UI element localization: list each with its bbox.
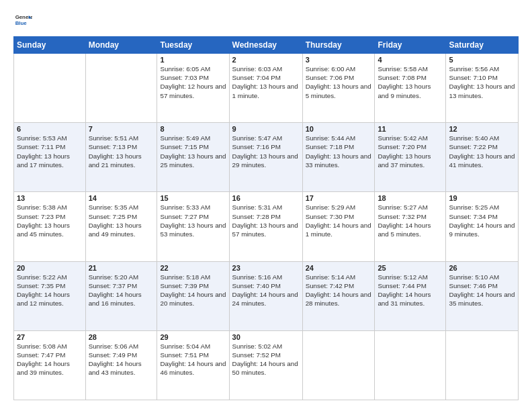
day-number: 13 <box>17 194 83 202</box>
calendar-cell: 5Sunrise: 5:56 AM Sunset: 7:10 PM Daylig… <box>446 54 519 123</box>
day-info: Sunrise: 6:03 AM Sunset: 7:04 PM Dayligh… <box>232 64 300 100</box>
calendar-cell: 13Sunrise: 5:38 AM Sunset: 7:23 PM Dayli… <box>14 192 86 261</box>
weekday-friday: Friday <box>375 37 446 54</box>
logo-icon: General Blue <box>13 11 32 30</box>
day-number: 29 <box>160 333 226 341</box>
day-info: Sunrise: 5:22 AM Sunset: 7:35 PM Dayligh… <box>17 273 83 308</box>
day-number: 7 <box>89 125 154 133</box>
day-info: Sunrise: 5:14 AM Sunset: 7:42 PM Dayligh… <box>306 273 372 308</box>
calendar-cell: 8Sunrise: 5:49 AM Sunset: 7:15 PM Daylig… <box>157 123 229 192</box>
weekday-sunday: Sunday <box>14 37 86 54</box>
calendar-cell: 25Sunrise: 5:12 AM Sunset: 7:44 PM Dayli… <box>375 261 446 330</box>
day-number: 8 <box>160 125 226 133</box>
weekday-monday: Monday <box>85 37 157 54</box>
day-number: 22 <box>160 264 226 272</box>
day-info: Sunrise: 5:25 AM Sunset: 7:34 PM Dayligh… <box>449 203 515 238</box>
calendar-cell <box>302 330 375 400</box>
weekday-wednesday: Wednesday <box>229 37 302 54</box>
weekday-saturday: Saturday <box>446 37 519 54</box>
day-number: 12 <box>449 125 515 133</box>
day-info: Sunrise: 5:20 AM Sunset: 7:37 PM Dayligh… <box>89 273 154 308</box>
day-number: 21 <box>89 264 154 272</box>
calendar-cell: 19Sunrise: 5:25 AM Sunset: 7:34 PM Dayli… <box>446 192 519 261</box>
day-info: Sunrise: 6:00 AM Sunset: 7:06 PM Dayligh… <box>306 64 372 100</box>
day-number: 3 <box>306 56 372 64</box>
calendar-cell: 23Sunrise: 5:16 AM Sunset: 7:40 PM Dayli… <box>229 261 302 330</box>
calendar-cell: 28Sunrise: 5:06 AM Sunset: 7:49 PM Dayli… <box>85 330 157 400</box>
page: General Blue SundayMondayTuesdayWednesda… <box>0 0 532 411</box>
calendar-cell: 16Sunrise: 5:31 AM Sunset: 7:28 PM Dayli… <box>229 192 302 261</box>
calendar-cell: 14Sunrise: 5:35 AM Sunset: 7:25 PM Dayli… <box>85 192 157 261</box>
day-info: Sunrise: 5:35 AM Sunset: 7:25 PM Dayligh… <box>89 203 154 238</box>
calendar-cell: 17Sunrise: 5:29 AM Sunset: 7:30 PM Dayli… <box>302 192 375 261</box>
week-row-1: 1Sunrise: 6:05 AM Sunset: 7:03 PM Daylig… <box>14 54 519 123</box>
week-row-2: 6Sunrise: 5:53 AM Sunset: 7:11 PM Daylig… <box>14 123 519 192</box>
day-info: Sunrise: 5:44 AM Sunset: 7:18 PM Dayligh… <box>306 134 372 169</box>
day-number: 10 <box>306 125 372 133</box>
calendar-cell: 10Sunrise: 5:44 AM Sunset: 7:18 PM Dayli… <box>302 123 375 192</box>
day-number: 18 <box>378 194 443 202</box>
calendar-cell <box>85 54 157 123</box>
calendar-cell: 24Sunrise: 5:14 AM Sunset: 7:42 PM Dayli… <box>302 261 375 330</box>
day-info: Sunrise: 5:58 AM Sunset: 7:08 PM Dayligh… <box>378 64 443 100</box>
day-number: 5 <box>449 56 515 64</box>
calendar-cell <box>14 54 86 123</box>
day-info: Sunrise: 5:16 AM Sunset: 7:40 PM Dayligh… <box>232 273 300 308</box>
calendar-cell: 22Sunrise: 5:18 AM Sunset: 7:39 PM Dayli… <box>157 261 229 330</box>
day-number: 4 <box>378 56 443 64</box>
day-number: 16 <box>232 194 300 202</box>
header: General Blue <box>13 11 519 30</box>
day-number: 15 <box>160 194 226 202</box>
calendar-cell: 18Sunrise: 5:27 AM Sunset: 7:32 PM Dayli… <box>375 192 446 261</box>
day-number: 9 <box>232 125 300 133</box>
day-info: Sunrise: 6:05 AM Sunset: 7:03 PM Dayligh… <box>160 64 226 100</box>
logo: General Blue <box>13 11 35 30</box>
day-number: 14 <box>89 194 154 202</box>
day-info: Sunrise: 5:40 AM Sunset: 7:22 PM Dayligh… <box>449 134 515 169</box>
day-info: Sunrise: 5:49 AM Sunset: 7:15 PM Dayligh… <box>160 134 226 169</box>
day-info: Sunrise: 5:12 AM Sunset: 7:44 PM Dayligh… <box>378 273 443 308</box>
day-number: 6 <box>17 125 83 133</box>
day-info: Sunrise: 5:18 AM Sunset: 7:39 PM Dayligh… <box>160 273 226 308</box>
svg-text:Blue: Blue <box>15 20 28 26</box>
day-number: 20 <box>17 264 83 272</box>
day-number: 28 <box>89 333 154 341</box>
calendar-cell: 11Sunrise: 5:42 AM Sunset: 7:20 PM Dayli… <box>375 123 446 192</box>
day-info: Sunrise: 5:38 AM Sunset: 7:23 PM Dayligh… <box>17 203 83 238</box>
calendar-cell: 21Sunrise: 5:20 AM Sunset: 7:37 PM Dayli… <box>85 261 157 330</box>
calendar-cell <box>446 330 519 400</box>
calendar-cell: 29Sunrise: 5:04 AM Sunset: 7:51 PM Dayli… <box>157 330 229 400</box>
day-info: Sunrise: 5:10 AM Sunset: 7:46 PM Dayligh… <box>449 273 515 308</box>
day-info: Sunrise: 5:02 AM Sunset: 7:52 PM Dayligh… <box>232 342 300 377</box>
day-info: Sunrise: 5:42 AM Sunset: 7:20 PM Dayligh… <box>378 134 443 169</box>
day-number: 27 <box>17 333 83 341</box>
day-info: Sunrise: 5:04 AM Sunset: 7:51 PM Dayligh… <box>160 342 226 377</box>
day-info: Sunrise: 5:51 AM Sunset: 7:13 PM Dayligh… <box>89 134 154 169</box>
day-info: Sunrise: 5:33 AM Sunset: 7:27 PM Dayligh… <box>160 203 226 238</box>
day-info: Sunrise: 5:47 AM Sunset: 7:16 PM Dayligh… <box>232 134 300 169</box>
calendar-cell: 7Sunrise: 5:51 AM Sunset: 7:13 PM Daylig… <box>85 123 157 192</box>
calendar-cell: 9Sunrise: 5:47 AM Sunset: 7:16 PM Daylig… <box>229 123 302 192</box>
day-info: Sunrise: 5:27 AM Sunset: 7:32 PM Dayligh… <box>378 203 443 238</box>
day-info: Sunrise: 5:56 AM Sunset: 7:10 PM Dayligh… <box>449 64 515 100</box>
calendar-cell: 1Sunrise: 6:05 AM Sunset: 7:03 PM Daylig… <box>157 54 229 123</box>
day-number: 25 <box>378 264 443 272</box>
calendar-cell: 26Sunrise: 5:10 AM Sunset: 7:46 PM Dayli… <box>446 261 519 330</box>
weekday-header-row: SundayMondayTuesdayWednesdayThursdayFrid… <box>14 37 519 54</box>
day-number: 17 <box>306 194 372 202</box>
day-number: 11 <box>378 125 443 133</box>
week-row-5: 27Sunrise: 5:08 AM Sunset: 7:47 PM Dayli… <box>14 330 519 400</box>
day-info: Sunrise: 5:31 AM Sunset: 7:28 PM Dayligh… <box>232 203 300 238</box>
day-number: 19 <box>449 194 515 202</box>
weekday-thursday: Thursday <box>302 37 375 54</box>
day-info: Sunrise: 5:06 AM Sunset: 7:49 PM Dayligh… <box>89 342 154 377</box>
calendar-cell: 4Sunrise: 5:58 AM Sunset: 7:08 PM Daylig… <box>375 54 446 123</box>
weekday-tuesday: Tuesday <box>157 37 229 54</box>
calendar-cell: 30Sunrise: 5:02 AM Sunset: 7:52 PM Dayli… <box>229 330 302 400</box>
day-number: 23 <box>232 264 300 272</box>
calendar-cell: 3Sunrise: 6:00 AM Sunset: 7:06 PM Daylig… <box>302 54 375 123</box>
calendar-cell: 2Sunrise: 6:03 AM Sunset: 7:04 PM Daylig… <box>229 54 302 123</box>
day-info: Sunrise: 5:53 AM Sunset: 7:11 PM Dayligh… <box>17 134 83 169</box>
calendar-cell: 15Sunrise: 5:33 AM Sunset: 7:27 PM Dayli… <box>157 192 229 261</box>
week-row-3: 13Sunrise: 5:38 AM Sunset: 7:23 PM Dayli… <box>14 192 519 261</box>
